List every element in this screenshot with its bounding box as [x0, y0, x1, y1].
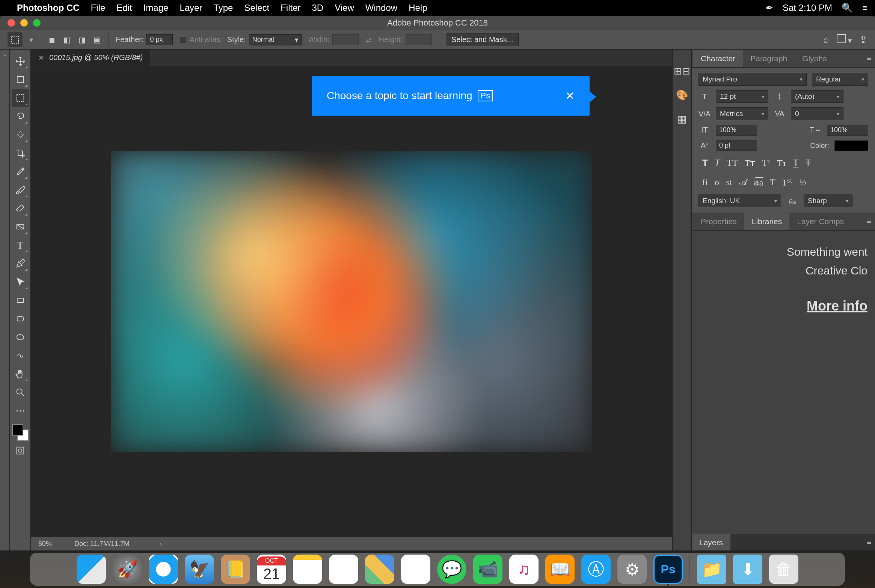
underline-button[interactable]: T — [793, 158, 799, 168]
menu-layer[interactable]: Layer — [180, 3, 202, 13]
language-select[interactable]: English: UK▾ — [698, 194, 781, 207]
feather-input[interactable] — [146, 34, 173, 45]
dock-safari[interactable] — [149, 555, 178, 584]
dock-finder[interactable] — [77, 555, 106, 584]
dock-photoshop[interactable]: Ps — [653, 555, 683, 584]
tracking-select[interactable]: 0▾ — [791, 107, 843, 120]
share-icon[interactable]: ⇪ — [859, 34, 867, 45]
current-tool-preset[interactable] — [8, 32, 23, 47]
dock-messages[interactable]: 💬 — [437, 555, 466, 584]
doc-size[interactable]: Doc: 11.7M/11.7M — [74, 540, 130, 548]
lasso-tool[interactable] — [12, 108, 29, 125]
color-panel-icon[interactable]: 🎨 — [676, 89, 688, 101]
color-swatches[interactable] — [12, 424, 29, 441]
tab-glyphs[interactable]: Glyphs — [795, 50, 834, 67]
dock-mail[interactable]: 🦅 — [185, 555, 214, 584]
status-menu-icon[interactable]: › — [160, 540, 162, 548]
hand-tool[interactable] — [12, 365, 29, 383]
dock-downloads-folder[interactable]: ⬇ — [733, 555, 762, 584]
close-tab-icon[interactable]: ✕ — [38, 54, 44, 62]
eyedropper-tool[interactable] — [12, 163, 29, 180]
menubar-list-icon[interactable]: ≡ — [862, 3, 867, 13]
hscale-input[interactable] — [827, 125, 868, 136]
kerning-select[interactable]: Metrics▾ — [716, 107, 768, 120]
path-select-tool[interactable] — [12, 273, 29, 291]
eraser-tool[interactable] — [12, 200, 29, 217]
titling-alt-button[interactable]: T — [770, 177, 775, 188]
menu-edit[interactable]: Edit — [116, 3, 132, 13]
strikethrough-button[interactable]: T — [806, 158, 811, 168]
move-tool[interactable] — [12, 53, 29, 70]
menu-image[interactable]: Image — [143, 3, 169, 13]
ordinals-button[interactable]: 1ˢᵗ — [782, 177, 793, 188]
character-panel-menu-icon[interactable]: ≡ — [867, 54, 871, 63]
dock-launchpad[interactable]: 🚀 — [113, 555, 142, 584]
tab-paragraph[interactable]: Paragraph — [743, 50, 795, 67]
dock-notes[interactable] — [293, 555, 322, 584]
dock-calendar[interactable]: OCT21 — [257, 555, 286, 584]
menu-file[interactable]: File — [91, 3, 106, 13]
menu-select[interactable]: Select — [244, 3, 269, 13]
libraries-panel-menu-icon[interactable]: ≡ — [867, 217, 871, 226]
discretionary-lig-button[interactable]: st — [726, 177, 732, 188]
swash-button[interactable]: 𝒜 — [739, 177, 747, 188]
panel-collapse-strip-left[interactable]: » — [0, 50, 10, 550]
gradient-tool[interactable] — [12, 218, 29, 235]
font-family-select[interactable]: Myriad Pro▾ — [698, 73, 807, 86]
rectangle-shape-tool[interactable] — [12, 292, 29, 309]
dock-trash[interactable]: 🗑 — [769, 555, 798, 584]
selection-subtract-icon[interactable]: ◨ — [77, 35, 87, 45]
learn-tooltip-close-icon[interactable]: ✕ — [565, 89, 575, 103]
menu-window[interactable]: Window — [365, 3, 397, 13]
zoom-level[interactable]: 50% — [38, 540, 52, 548]
ligatures-button[interactable]: fi — [702, 177, 708, 188]
bold-button[interactable]: T — [702, 158, 708, 168]
close-window-button[interactable] — [8, 19, 15, 27]
edit-toolbar-button[interactable]: ⋯ — [12, 402, 29, 419]
type-tool[interactable]: T — [12, 237, 29, 254]
learn-panel-icon[interactable]: ⊞⊟ — [676, 65, 688, 77]
menu-help[interactable]: Help — [409, 3, 427, 13]
selection-add-icon[interactable]: ◧ — [62, 35, 72, 45]
menubar-pen-icon[interactable]: ✒ — [766, 3, 773, 13]
dock-contacts[interactable]: 📒 — [221, 555, 250, 584]
menubar-app-name[interactable]: Photoshop CC — [17, 3, 80, 13]
libraries-more-info-link[interactable]: More info — [699, 298, 867, 314]
rect-marquee-tool[interactable] — [12, 89, 29, 107]
zoom-tool[interactable] — [12, 384, 29, 401]
workspace-icon[interactable]: ▾ — [837, 34, 852, 45]
tab-libraries[interactable]: Libraries — [744, 213, 790, 230]
baseline-input[interactable] — [716, 140, 757, 151]
fractions-button[interactable]: ½ — [800, 177, 806, 188]
swatches-panel-icon[interactable]: ▦ — [676, 113, 688, 125]
dock-appstore[interactable]: Ⓐ — [581, 555, 611, 584]
tab-layers[interactable]: Layers — [692, 534, 730, 550]
quick-select-tool[interactable] — [12, 126, 29, 143]
dock-itunes[interactable]: ♫ — [509, 555, 539, 584]
dock-photos[interactable]: ✿ — [401, 555, 430, 584]
menu-type[interactable]: Type — [213, 3, 233, 13]
antialias-checkbox[interactable] — [180, 36, 186, 43]
font-size-select[interactable]: 12 pt▾ — [716, 90, 768, 103]
dock-applications-folder[interactable]: 📁 — [697, 555, 726, 584]
menu-3d[interactable]: 3D — [312, 3, 324, 13]
selection-intersect-icon[interactable]: ▣ — [92, 35, 102, 45]
zoom-window-button[interactable] — [33, 19, 41, 27]
menu-view[interactable]: View — [335, 3, 354, 13]
quick-mask-toggle[interactable] — [12, 442, 29, 459]
contextual-alt-button[interactable]: σ — [715, 177, 720, 188]
foreground-color-swatch[interactable] — [12, 424, 23, 436]
search-icon[interactable]: ⌕ — [823, 34, 829, 45]
dock-reminders[interactable]: ☑ — [329, 555, 358, 584]
brush-tool[interactable] — [12, 181, 29, 199]
menu-filter[interactable]: Filter — [281, 3, 300, 13]
rounded-rect-tool[interactable] — [12, 310, 29, 327]
style-select[interactable]: Normal▾ — [249, 34, 302, 45]
dock-facetime[interactable]: 📹 — [473, 555, 502, 584]
pen-tool[interactable] — [12, 255, 29, 272]
leading-select[interactable]: (Auto)▾ — [791, 90, 843, 103]
antialias-mode-select[interactable]: Sharp▾ — [804, 194, 852, 207]
vscale-input[interactable] — [716, 125, 757, 136]
italic-button[interactable]: T — [715, 158, 720, 168]
text-color-swatch[interactable] — [834, 140, 868, 151]
